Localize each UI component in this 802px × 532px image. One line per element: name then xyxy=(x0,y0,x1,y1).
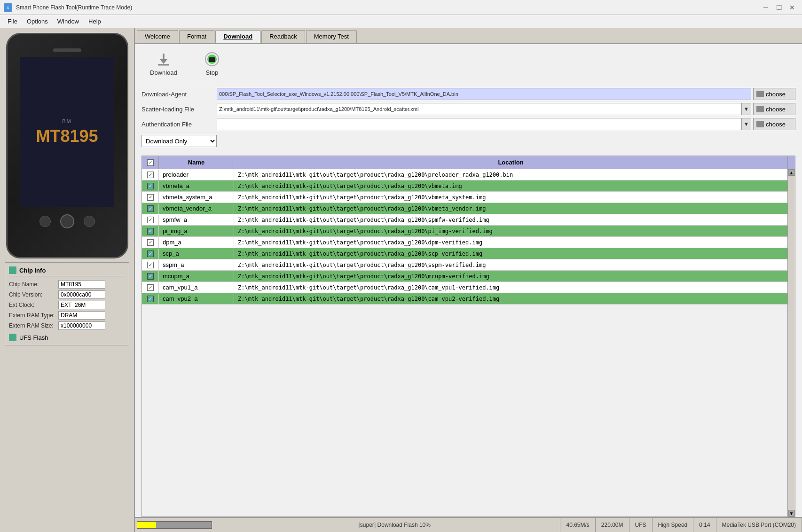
scrollbar-down[interactable]: ▼ xyxy=(788,510,795,516)
row-location: Z:\mtk_android11\mtk-git\out\target\prod… xyxy=(234,271,787,282)
ext-ram-size-label: Extern RAM Size: xyxy=(9,322,58,329)
row-location: Z:\mtk_android11\mtk-git\out\target\prod… xyxy=(234,260,787,270)
app-icon: S xyxy=(4,3,12,12)
stop-icon xyxy=(203,51,221,67)
folder-icon xyxy=(756,91,764,97)
checkbox-checked[interactable] xyxy=(147,217,154,223)
scatter-loading-dropdown-arrow[interactable]: ▼ xyxy=(741,103,751,115)
row-name: cam_vpu2_a xyxy=(159,293,234,304)
scatter-loading-choose-button[interactable]: choose xyxy=(753,103,795,115)
table-row[interactable]: pi_img_aZ:\mtk_android11\mtk-git\out\tar… xyxy=(142,226,787,237)
stop-button[interactable]: Stop xyxy=(197,49,227,78)
table-row[interactable]: vbmeta_vendor_aZ:\mtk_android11\mtk-git\… xyxy=(142,203,787,214)
row-checkbox[interactable] xyxy=(142,181,159,191)
download-button[interactable]: Download xyxy=(144,49,183,78)
menu-window[interactable]: Window xyxy=(53,16,84,27)
row-checkbox[interactable] xyxy=(142,249,159,259)
checkbox-checked-green[interactable] xyxy=(147,183,154,189)
menu-help[interactable]: Help xyxy=(84,16,106,27)
svg-text:S: S xyxy=(7,6,9,10)
phone-model: MT8195 xyxy=(36,126,98,146)
table-row[interactable]: cam_vpu1_aZ:\mtk_android11\mtk-git\out\t… xyxy=(142,282,787,293)
maximize-button[interactable]: ☐ xyxy=(773,1,785,14)
checkbox-checked[interactable] xyxy=(147,172,154,178)
menu-file[interactable]: File xyxy=(3,16,22,27)
mode-select[interactable]: Download Only Firmware Upgrade Format Al… xyxy=(142,135,217,147)
download-agent-choose-button[interactable]: choose xyxy=(753,88,795,100)
checkbox-checked-green[interactable] xyxy=(147,228,154,235)
auth-file-input[interactable]: ▼ xyxy=(217,118,751,130)
choose-label-3: choose xyxy=(766,121,786,128)
ext-ram-size-value: x100000000 xyxy=(58,321,105,330)
header-checkbox[interactable] xyxy=(142,156,159,169)
checkbox-checked-green[interactable] xyxy=(147,250,154,257)
auth-file-dropdown-arrow[interactable]: ▼ xyxy=(741,118,751,130)
ufs-row: UFS Flash xyxy=(9,334,125,341)
table-row[interactable]: preloaderZ:\mtk_android11\mtk-git\out\ta… xyxy=(142,169,787,180)
checkbox-checked-green[interactable] xyxy=(147,296,154,302)
close-button[interactable]: ✕ xyxy=(786,1,798,14)
file-table-body[interactable]: preloaderZ:\mtk_android11\mtk-git\out\ta… xyxy=(142,169,787,352)
table-row[interactable]: vbmeta_aZ:\mtk_android11\mtk-git\out\tar… xyxy=(142,180,787,192)
choose-label-1: choose xyxy=(766,91,786,98)
download-agent-input[interactable]: 000\SP_Flash_Tool_Selector_exe_Windows_v… xyxy=(217,88,751,100)
checkbox-checked[interactable] xyxy=(147,194,154,201)
chip-info-panel: Chip Info Chip Name: MT8195 Chip Version… xyxy=(5,262,129,345)
table-row[interactable]: scp_aZ:\mtk_android11\mtk-git\out\target… xyxy=(142,248,787,259)
scatter-loading-input[interactable]: Z:\mtk_android11\mtk-git\out\target\prod… xyxy=(217,103,751,115)
tab-memory-test[interactable]: Memory Test xyxy=(306,30,357,43)
chip-name-value: MT8195 xyxy=(58,280,105,289)
scrollbar[interactable]: ▲ ▼ xyxy=(787,169,795,516)
row-checkbox[interactable] xyxy=(142,215,159,225)
row-checkbox[interactable] xyxy=(142,294,159,304)
row-checkbox[interactable] xyxy=(142,226,159,236)
ext-ram-size-row: Extern RAM Size: x100000000 xyxy=(9,321,125,330)
row-checkbox[interactable] xyxy=(142,282,159,293)
menu-options[interactable]: Options xyxy=(22,16,53,27)
row-name: vbmeta_system_a xyxy=(159,192,234,203)
table-row[interactable]: dpm_aZ:\mtk_android11\mtk-git\out\target… xyxy=(142,237,787,248)
table-row[interactable]: spmfw_aZ:\mtk_android11\mtk-git\out\targ… xyxy=(142,214,787,226)
row-checkbox[interactable] xyxy=(142,271,159,282)
col-location-header: Location xyxy=(234,156,787,169)
phone-back-btn xyxy=(39,216,51,227)
row-checkbox[interactable] xyxy=(142,260,159,270)
phone-menu-btn xyxy=(84,216,95,227)
select-all-checkbox[interactable] xyxy=(147,159,154,166)
row-location: Z:\mtk_android11\mtk-git\out\target\prod… xyxy=(234,282,787,293)
download-label: Download xyxy=(150,69,177,76)
row-location: Z:\mtk_android11\mtk-git\out\target\prod… xyxy=(234,192,787,203)
tab-welcome[interactable]: Welcome xyxy=(137,30,178,43)
checkbox-checked[interactable] xyxy=(147,239,154,246)
row-name: dpm_a xyxy=(159,237,234,248)
phone-screen: BM MT8195 xyxy=(20,57,114,207)
auth-file-label: Authentication File xyxy=(142,121,217,128)
row-checkbox[interactable] xyxy=(142,192,159,203)
folder-icon-3 xyxy=(756,121,764,127)
tab-readback[interactable]: Readback xyxy=(261,30,305,43)
row-name: preloader xyxy=(159,169,234,180)
menubar: File Options Window Help xyxy=(0,15,802,28)
checkbox-checked[interactable] xyxy=(147,262,154,268)
row-name: pi_img_a xyxy=(159,226,234,236)
scrollbar-up[interactable]: ▲ xyxy=(788,169,795,176)
tab-format[interactable]: Format xyxy=(179,30,214,43)
row-name: mcupm_a xyxy=(159,271,234,282)
table-row[interactable]: vbmeta_system_aZ:\mtk_android11\mtk-git\… xyxy=(142,192,787,203)
col-name-header: Name xyxy=(159,156,234,169)
table-row[interactable]: sspm_aZ:\mtk_android11\mtk-git\out\targe… xyxy=(142,259,787,271)
row-checkbox[interactable] xyxy=(142,203,159,214)
auth-file-choose-button[interactable]: choose xyxy=(753,118,795,130)
ext-clock-row: Ext Clock: EXT_26M xyxy=(9,301,125,309)
checkbox-checked-green[interactable] xyxy=(147,205,154,212)
table-row[interactable]: mcupm_aZ:\mtk_android11\mtk-git\out\targ… xyxy=(142,271,787,282)
table-row[interactable]: cam_vpu2_aZ:\mtk_android11\mtk-git\out\t… xyxy=(142,293,787,305)
row-location: Z:\mtk_android11\mtk-git\out\target\prod… xyxy=(234,170,787,180)
checkbox-checked-green[interactable] xyxy=(147,273,154,280)
tab-download[interactable]: Download xyxy=(215,30,260,43)
row-checkbox[interactable] xyxy=(142,170,159,180)
minimize-button[interactable]: ─ xyxy=(760,1,772,14)
checkbox-checked[interactable] xyxy=(147,284,154,291)
svg-marker-6 xyxy=(160,59,167,64)
row-checkbox[interactable] xyxy=(142,237,159,248)
